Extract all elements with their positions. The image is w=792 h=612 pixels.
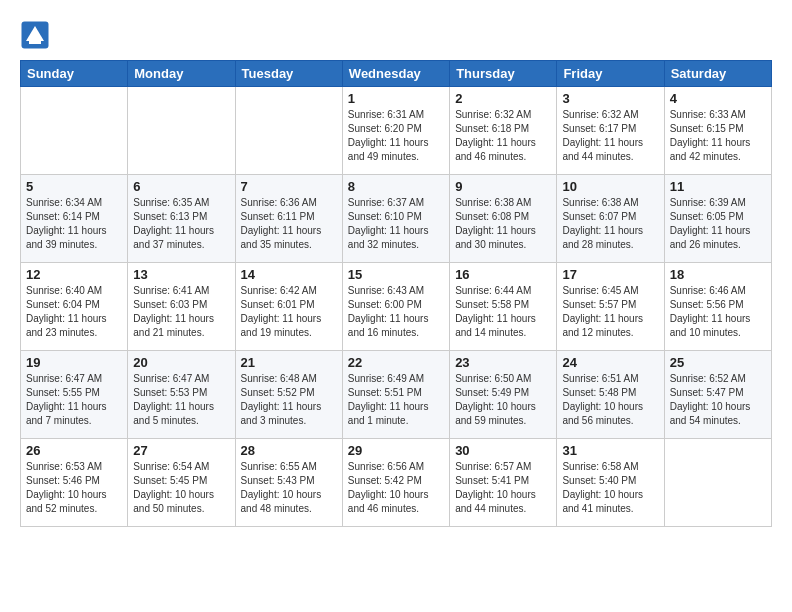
- day-number: 22: [348, 355, 444, 370]
- day-number: 20: [133, 355, 229, 370]
- day-info: Sunrise: 6:37 AM Sunset: 6:10 PM Dayligh…: [348, 196, 444, 252]
- calendar-cell: 26Sunrise: 6:53 AM Sunset: 5:46 PM Dayli…: [21, 439, 128, 527]
- calendar-cell: 13Sunrise: 6:41 AM Sunset: 6:03 PM Dayli…: [128, 263, 235, 351]
- calendar-cell: 27Sunrise: 6:54 AM Sunset: 5:45 PM Dayli…: [128, 439, 235, 527]
- calendar-cell: 17Sunrise: 6:45 AM Sunset: 5:57 PM Dayli…: [557, 263, 664, 351]
- calendar-cell: 14Sunrise: 6:42 AM Sunset: 6:01 PM Dayli…: [235, 263, 342, 351]
- weekday-header-tuesday: Tuesday: [235, 61, 342, 87]
- day-info: Sunrise: 6:31 AM Sunset: 6:20 PM Dayligh…: [348, 108, 444, 164]
- day-number: 6: [133, 179, 229, 194]
- day-info: Sunrise: 6:35 AM Sunset: 6:13 PM Dayligh…: [133, 196, 229, 252]
- day-number: 2: [455, 91, 551, 106]
- day-number: 21: [241, 355, 337, 370]
- day-number: 12: [26, 267, 122, 282]
- day-number: 23: [455, 355, 551, 370]
- calendar-cell: [664, 439, 771, 527]
- day-number: 19: [26, 355, 122, 370]
- calendar-cell: 29Sunrise: 6:56 AM Sunset: 5:42 PM Dayli…: [342, 439, 449, 527]
- day-info: Sunrise: 6:32 AM Sunset: 6:17 PM Dayligh…: [562, 108, 658, 164]
- day-number: 13: [133, 267, 229, 282]
- calendar-cell: 31Sunrise: 6:58 AM Sunset: 5:40 PM Dayli…: [557, 439, 664, 527]
- day-number: 17: [562, 267, 658, 282]
- day-info: Sunrise: 6:46 AM Sunset: 5:56 PM Dayligh…: [670, 284, 766, 340]
- calendar-cell: 12Sunrise: 6:40 AM Sunset: 6:04 PM Dayli…: [21, 263, 128, 351]
- weekday-header-row: SundayMondayTuesdayWednesdayThursdayFrid…: [21, 61, 772, 87]
- calendar-cell: 4Sunrise: 6:33 AM Sunset: 6:15 PM Daylig…: [664, 87, 771, 175]
- day-info: Sunrise: 6:56 AM Sunset: 5:42 PM Dayligh…: [348, 460, 444, 516]
- calendar-cell: 24Sunrise: 6:51 AM Sunset: 5:48 PM Dayli…: [557, 351, 664, 439]
- day-info: Sunrise: 6:53 AM Sunset: 5:46 PM Dayligh…: [26, 460, 122, 516]
- day-info: Sunrise: 6:41 AM Sunset: 6:03 PM Dayligh…: [133, 284, 229, 340]
- calendar-cell: 15Sunrise: 6:43 AM Sunset: 6:00 PM Dayli…: [342, 263, 449, 351]
- calendar-cell: 21Sunrise: 6:48 AM Sunset: 5:52 PM Dayli…: [235, 351, 342, 439]
- calendar-cell: 9Sunrise: 6:38 AM Sunset: 6:08 PM Daylig…: [450, 175, 557, 263]
- week-row-4: 19Sunrise: 6:47 AM Sunset: 5:55 PM Dayli…: [21, 351, 772, 439]
- day-info: Sunrise: 6:36 AM Sunset: 6:11 PM Dayligh…: [241, 196, 337, 252]
- day-info: Sunrise: 6:43 AM Sunset: 6:00 PM Dayligh…: [348, 284, 444, 340]
- day-number: 26: [26, 443, 122, 458]
- day-number: 15: [348, 267, 444, 282]
- week-row-5: 26Sunrise: 6:53 AM Sunset: 5:46 PM Dayli…: [21, 439, 772, 527]
- calendar-cell: 1Sunrise: 6:31 AM Sunset: 6:20 PM Daylig…: [342, 87, 449, 175]
- weekday-header-wednesday: Wednesday: [342, 61, 449, 87]
- calendar-cell: 2Sunrise: 6:32 AM Sunset: 6:18 PM Daylig…: [450, 87, 557, 175]
- day-info: Sunrise: 6:39 AM Sunset: 6:05 PM Dayligh…: [670, 196, 766, 252]
- day-number: 25: [670, 355, 766, 370]
- calendar-cell: [128, 87, 235, 175]
- week-row-3: 12Sunrise: 6:40 AM Sunset: 6:04 PM Dayli…: [21, 263, 772, 351]
- day-number: 31: [562, 443, 658, 458]
- day-info: Sunrise: 6:55 AM Sunset: 5:43 PM Dayligh…: [241, 460, 337, 516]
- week-row-2: 5Sunrise: 6:34 AM Sunset: 6:14 PM Daylig…: [21, 175, 772, 263]
- day-info: Sunrise: 6:54 AM Sunset: 5:45 PM Dayligh…: [133, 460, 229, 516]
- day-number: 18: [670, 267, 766, 282]
- day-info: Sunrise: 6:50 AM Sunset: 5:49 PM Dayligh…: [455, 372, 551, 428]
- weekday-header-friday: Friday: [557, 61, 664, 87]
- calendar-cell: 7Sunrise: 6:36 AM Sunset: 6:11 PM Daylig…: [235, 175, 342, 263]
- day-info: Sunrise: 6:52 AM Sunset: 5:47 PM Dayligh…: [670, 372, 766, 428]
- calendar-cell: 28Sunrise: 6:55 AM Sunset: 5:43 PM Dayli…: [235, 439, 342, 527]
- day-number: 9: [455, 179, 551, 194]
- day-number: 5: [26, 179, 122, 194]
- weekday-header-saturday: Saturday: [664, 61, 771, 87]
- day-info: Sunrise: 6:42 AM Sunset: 6:01 PM Dayligh…: [241, 284, 337, 340]
- day-info: Sunrise: 6:45 AM Sunset: 5:57 PM Dayligh…: [562, 284, 658, 340]
- day-info: Sunrise: 6:58 AM Sunset: 5:40 PM Dayligh…: [562, 460, 658, 516]
- calendar-cell: [235, 87, 342, 175]
- calendar-cell: 6Sunrise: 6:35 AM Sunset: 6:13 PM Daylig…: [128, 175, 235, 263]
- day-number: 16: [455, 267, 551, 282]
- calendar-cell: 3Sunrise: 6:32 AM Sunset: 6:17 PM Daylig…: [557, 87, 664, 175]
- day-info: Sunrise: 6:48 AM Sunset: 5:52 PM Dayligh…: [241, 372, 337, 428]
- day-info: Sunrise: 6:51 AM Sunset: 5:48 PM Dayligh…: [562, 372, 658, 428]
- week-row-1: 1Sunrise: 6:31 AM Sunset: 6:20 PM Daylig…: [21, 87, 772, 175]
- svg-rect-2: [29, 41, 41, 44]
- logo-icon: [20, 20, 50, 50]
- calendar-cell: 23Sunrise: 6:50 AM Sunset: 5:49 PM Dayli…: [450, 351, 557, 439]
- day-info: Sunrise: 6:38 AM Sunset: 6:08 PM Dayligh…: [455, 196, 551, 252]
- calendar-cell: 5Sunrise: 6:34 AM Sunset: 6:14 PM Daylig…: [21, 175, 128, 263]
- weekday-header-sunday: Sunday: [21, 61, 128, 87]
- day-info: Sunrise: 6:40 AM Sunset: 6:04 PM Dayligh…: [26, 284, 122, 340]
- day-number: 8: [348, 179, 444, 194]
- day-number: 28: [241, 443, 337, 458]
- calendar-body: 1Sunrise: 6:31 AM Sunset: 6:20 PM Daylig…: [21, 87, 772, 527]
- day-info: Sunrise: 6:47 AM Sunset: 5:55 PM Dayligh…: [26, 372, 122, 428]
- day-info: Sunrise: 6:38 AM Sunset: 6:07 PM Dayligh…: [562, 196, 658, 252]
- day-number: 24: [562, 355, 658, 370]
- day-number: 4: [670, 91, 766, 106]
- weekday-header-monday: Monday: [128, 61, 235, 87]
- day-number: 3: [562, 91, 658, 106]
- day-info: Sunrise: 6:49 AM Sunset: 5:51 PM Dayligh…: [348, 372, 444, 428]
- calendar-cell: 8Sunrise: 6:37 AM Sunset: 6:10 PM Daylig…: [342, 175, 449, 263]
- calendar-cell: 10Sunrise: 6:38 AM Sunset: 6:07 PM Dayli…: [557, 175, 664, 263]
- day-info: Sunrise: 6:44 AM Sunset: 5:58 PM Dayligh…: [455, 284, 551, 340]
- day-info: Sunrise: 6:47 AM Sunset: 5:53 PM Dayligh…: [133, 372, 229, 428]
- calendar-cell: 19Sunrise: 6:47 AM Sunset: 5:55 PM Dayli…: [21, 351, 128, 439]
- calendar-cell: 30Sunrise: 6:57 AM Sunset: 5:41 PM Dayli…: [450, 439, 557, 527]
- calendar-cell: 16Sunrise: 6:44 AM Sunset: 5:58 PM Dayli…: [450, 263, 557, 351]
- day-info: Sunrise: 6:33 AM Sunset: 6:15 PM Dayligh…: [670, 108, 766, 164]
- day-number: 11: [670, 179, 766, 194]
- day-number: 14: [241, 267, 337, 282]
- day-number: 7: [241, 179, 337, 194]
- calendar-cell: [21, 87, 128, 175]
- day-info: Sunrise: 6:57 AM Sunset: 5:41 PM Dayligh…: [455, 460, 551, 516]
